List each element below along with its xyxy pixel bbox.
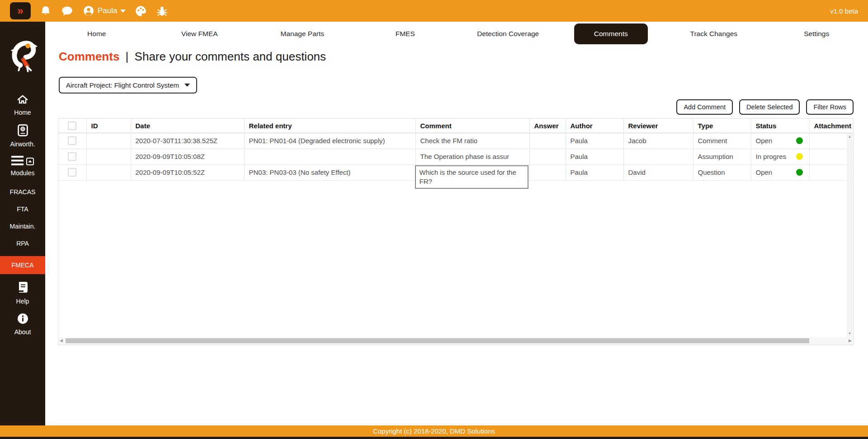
sidebar-item-modules[interactable]: Modules (0, 156, 45, 177)
col-header-type[interactable]: Type (693, 119, 751, 133)
status-dot (796, 169, 803, 176)
table-toolbar: Add Comment Delete Selected Filter Rows (676, 99, 854, 115)
sidebar-item-label: FMECA (12, 262, 34, 269)
cell-id[interactable] (86, 164, 131, 180)
cell-id[interactable] (86, 149, 131, 164)
cell-related-entry[interactable] (244, 149, 415, 164)
filter-rows-button[interactable]: Filter Rows (806, 99, 854, 115)
vertical-scrollbar[interactable]: ▲ ▼ (847, 133, 853, 337)
panel-toggle-icon[interactable] (26, 158, 34, 167)
col-header-date[interactable]: Date (131, 119, 244, 133)
tab-track-changes[interactable]: Track Changes (662, 27, 765, 41)
select-all-checkbox[interactable] (68, 121, 76, 130)
horizontal-scrollbar-thumb[interactable] (66, 338, 809, 343)
home-icon (17, 94, 28, 107)
tab-comments[interactable]: Comments (560, 23, 663, 44)
cell-answer[interactable] (529, 133, 566, 149)
sidebar-item-home[interactable]: Home (0, 94, 45, 116)
sidebar-item-fta[interactable]: FTA (0, 205, 45, 213)
cell-reviewer[interactable] (623, 149, 693, 164)
col-header-related-entry[interactable]: Related entry (244, 119, 415, 133)
tab-bar: Home View FMEA Manage Parts FMES Detecti… (45, 22, 868, 46)
topbar: » Paula v1.0 beta (0, 0, 868, 22)
col-header-id[interactable]: ID (86, 119, 131, 133)
cell-related-entry[interactable]: PN03: PN03-03 (No safety Effect) (244, 164, 415, 180)
col-header-attachment[interactable]: Attachment (809, 119, 854, 133)
sidebar-item-rpa[interactable]: RPA (0, 240, 45, 247)
cell-reviewer[interactable]: David (623, 164, 693, 180)
tab-home[interactable]: Home (45, 27, 148, 41)
sidebar-item-about[interactable]: About (0, 313, 45, 336)
sidebar-collapse-button[interactable]: » (10, 2, 31, 19)
cell-date[interactable]: 2020-09-09T10:05:52Z (131, 164, 244, 180)
cell-status[interactable]: Open (751, 133, 809, 149)
cell-answer[interactable] (529, 164, 566, 180)
copyright-text: Copyright (c) 2018-2020, DMD Solutions (373, 427, 495, 435)
notifications-bell-icon[interactable] (40, 5, 52, 17)
cell-date[interactable]: 2020-07-30T11:30:38.525Z (131, 133, 244, 149)
cell-type[interactable]: Question (693, 164, 751, 180)
sidebar-item-fmeca[interactable]: FMECA (0, 256, 45, 274)
status-text: Open (756, 168, 773, 176)
add-comment-button[interactable]: Add Comment (676, 99, 733, 115)
cell-related-entry[interactable]: PN01: PN01-04 (Degraded electronic suppl… (244, 133, 415, 149)
caret-down-icon (184, 84, 190, 87)
cell-status[interactable]: In progres (751, 149, 809, 164)
horizontal-scrollbar[interactable]: ◀ ▶ (59, 337, 853, 344)
palette-icon[interactable] (135, 5, 147, 17)
sidebar-item-fracas[interactable]: FRACAS (0, 188, 45, 196)
col-header-comment[interactable]: Comment (415, 119, 529, 133)
sidebar-item-label: Home (14, 109, 31, 116)
tab-settings[interactable]: Settings (765, 27, 868, 41)
cell-comment[interactable]: Check the FM ratio (415, 133, 529, 149)
row-checkbox[interactable] (68, 168, 76, 177)
cell-id[interactable] (86, 133, 131, 149)
info-icon (17, 313, 28, 326)
page-title: Comments | Share your comments and quest… (59, 50, 326, 64)
status-text: In progres (756, 153, 787, 160)
comment-row: 2020-09-09T10:05:08Z The Operation phase… (58, 149, 854, 164)
chat-icon[interactable] (61, 5, 74, 17)
scroll-up-arrow-icon[interactable]: ▲ (848, 135, 852, 139)
tab-fmes[interactable]: FMES (354, 27, 457, 41)
col-header-reviewer[interactable]: Reviewer (623, 119, 693, 133)
sidebar-item-airworthiness[interactable]: Airworth. (0, 124, 45, 148)
sidebar: Home Airworth. Modules FRACAS FTA Mainta… (0, 22, 45, 425)
row-checkbox[interactable] (68, 136, 76, 145)
cell-status[interactable]: Open (751, 164, 809, 180)
cell-comment[interactable]: Which is the source used for the FR? (415, 164, 529, 180)
cell-type[interactable]: Assumption (693, 149, 751, 164)
scroll-left-arrow-icon[interactable]: ◀ (60, 338, 63, 343)
project-selector-dropdown[interactable]: Aircraft Project: Flight Control System (59, 77, 197, 93)
col-header-author[interactable]: Author (566, 119, 623, 133)
scroll-right-arrow-icon[interactable]: ▶ (849, 338, 852, 343)
col-header-status[interactable]: Status (751, 119, 809, 133)
cell-reviewer[interactable]: Jacob (623, 133, 693, 149)
cell-author[interactable]: Paula (566, 149, 623, 164)
tab-view-fmea[interactable]: View FMEA (148, 27, 251, 41)
tab-detection-coverage[interactable]: Detection Coverage (457, 27, 560, 41)
sidebar-item-help[interactable]: Help (0, 281, 45, 305)
cell-author[interactable]: Paula (566, 164, 623, 180)
sidebar-item-label: Airworth. (10, 140, 35, 148)
menu-icon (11, 156, 24, 167)
cell-date[interactable]: 2020-09-09T10:05:08Z (131, 149, 244, 164)
cell-answer[interactable] (529, 149, 566, 164)
tab-manage-parts[interactable]: Manage Parts (251, 27, 354, 41)
cell-comment[interactable]: The Operation phase is assur (415, 149, 529, 164)
sidebar-item-label: Help (16, 298, 29, 305)
scroll-down-arrow-icon[interactable]: ▼ (848, 332, 852, 336)
col-header-answer[interactable]: Answer (529, 119, 566, 133)
caret-down-icon (120, 9, 126, 13)
sidebar-item-maintain[interactable]: Maintain. (0, 223, 45, 230)
delete-selected-button[interactable]: Delete Selected (739, 99, 800, 115)
cell-author[interactable]: Paula (566, 133, 623, 149)
status-dot (796, 137, 803, 144)
bottom-strip (0, 437, 868, 439)
comment-editor-textarea[interactable]: Which is the source used for the FR? (415, 165, 528, 189)
row-checkbox[interactable] (68, 152, 76, 161)
cell-type[interactable]: Comment (693, 133, 751, 149)
bug-icon[interactable] (156, 5, 168, 17)
comments-table: ID Date Related entry Comment Answer Aut… (58, 118, 854, 345)
user-menu[interactable]: Paula (83, 5, 126, 17)
